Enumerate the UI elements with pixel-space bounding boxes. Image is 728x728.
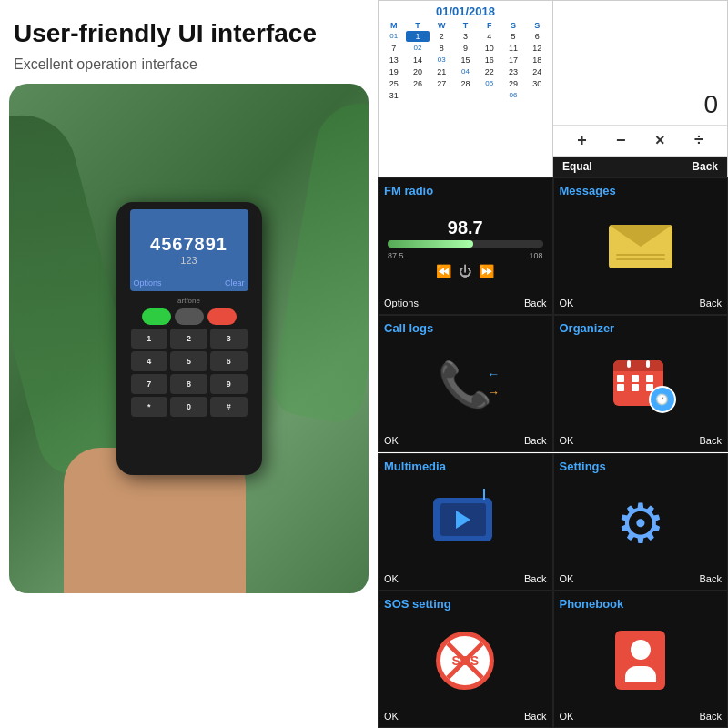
left-panel: User-friendly UI interface Excellent ope… — [0, 0, 378, 728]
cal-cell[interactable]: 10 — [478, 43, 500, 54]
calc-operator[interactable]: − — [616, 131, 626, 150]
cal-cell — [478, 90, 500, 101]
calc-back-btn[interactable]: Back — [692, 160, 718, 173]
cal-cell[interactable]: 15 — [454, 55, 477, 66]
cal-cell[interactable]: 5 — [501, 31, 524, 42]
fm-forward-icon[interactable]: ⏩ — [479, 264, 494, 278]
cal-cell — [430, 102, 453, 104]
app-icon-call-logs: 📞 ← → — [384, 339, 547, 431]
calc-operator[interactable]: ÷ — [694, 131, 703, 150]
calc-bottom-bar: Equal Back — [553, 157, 727, 177]
cal-cell[interactable]: 30 — [526, 78, 549, 89]
fm-rewind-icon[interactable]: ⏪ — [436, 264, 451, 278]
cal-cell[interactable]: 31 — [382, 90, 405, 101]
incoming-arrow-icon: ← — [487, 367, 500, 381]
phone-device: 4567891 123 Options Clear artfone 123456… — [116, 202, 262, 475]
app-screen-sos-setting: SOS setting SOS OKBack — [378, 591, 553, 728]
top-row: 01/01/2018 MTWTFSS0112345670289101112131… — [378, 0, 728, 177]
app-ok-btn-settings[interactable]: OK — [560, 573, 574, 584]
cal-cell[interactable]: 9 — [454, 43, 477, 54]
cal-cell[interactable]: 23 — [501, 66, 524, 77]
app-ok-btn-call-logs[interactable]: OK — [384, 435, 399, 446]
calc-operator[interactable]: + — [577, 131, 587, 150]
cal-cell — [406, 90, 429, 101]
app-back-btn-phonebook[interactable]: Back — [700, 711, 722, 722]
cal-cell[interactable]: 8 — [430, 43, 453, 54]
cal-cell[interactable]: 27 — [430, 78, 453, 89]
cal-cell[interactable]: 19 — [382, 66, 405, 77]
app-ok-btn-messages[interactable]: OK — [560, 298, 574, 308]
key-3[interactable]: 3 — [210, 329, 248, 349]
phonebook-icon — [615, 631, 665, 690]
cal-cell[interactable]: 18 — [526, 55, 549, 66]
app-title-organizer: Organizer — [560, 321, 723, 335]
right-panel: 01/01/2018 MTWTFSS0112345670289101112131… — [378, 0, 728, 728]
screen-clear-label: Clear — [225, 278, 245, 288]
cal-cell[interactable]: 14 — [406, 55, 429, 66]
key-#[interactable]: # — [210, 397, 248, 417]
key-0[interactable]: 0 — [170, 397, 207, 417]
key-5[interactable]: 5 — [170, 351, 207, 371]
cal-cell[interactable]: 25 — [382, 78, 405, 89]
phone-image-area: 4567891 123 Options Clear artfone 123456… — [9, 84, 369, 593]
app-ok-btn-fm-radio[interactable]: Options — [384, 298, 419, 308]
headline: User-friendly UI interface — [14, 18, 317, 49]
key-1[interactable]: 1 — [131, 329, 168, 349]
cal-cell[interactable]: 2 — [430, 31, 453, 42]
cal-cell[interactable]: 16 — [478, 55, 500, 66]
cal-cell[interactable]: 29 — [501, 78, 524, 89]
clock-overlay-icon: 🕐 — [649, 386, 676, 413]
cal-cell[interactable]: 3 — [454, 31, 477, 42]
menu-button[interactable] — [175, 308, 204, 325]
app-back-btn-settings[interactable]: Back — [700, 573, 722, 584]
cal-cell[interactable]: 1 — [406, 31, 429, 42]
fm-power-icon[interactable]: ⏻ — [459, 264, 471, 278]
key-9[interactable]: 9 — [210, 374, 248, 394]
calc-operator[interactable]: × — [655, 131, 665, 150]
cal-cell[interactable]: 13 — [382, 55, 405, 66]
cal-cell — [406, 102, 429, 104]
app-back-btn-organizer[interactable]: Back — [700, 435, 722, 446]
app-ok-btn-phonebook[interactable]: OK — [560, 711, 574, 722]
key-2[interactable]: 2 — [170, 329, 207, 349]
fm-controls: ⏪ ⏻ ⏩ — [388, 264, 543, 278]
cal-cell[interactable]: 6 — [526, 31, 549, 42]
calc-operators: +−×÷ — [553, 126, 727, 157]
cal-cell[interactable]: 17 — [501, 55, 524, 66]
app-ok-btn-sos-setting[interactable]: OK — [384, 711, 399, 722]
app-back-btn-fm-radio[interactable]: Back — [524, 298, 546, 308]
call-button[interactable] — [142, 308, 171, 325]
cal-cell[interactable]: 22 — [478, 66, 500, 77]
key-*[interactable]: * — [131, 397, 168, 417]
app-back-btn-sos-setting[interactable]: Back — [524, 711, 546, 722]
key-7[interactable]: 7 — [131, 374, 168, 394]
cal-cell[interactable]: 4 — [478, 31, 500, 42]
calculator-widget: 0 +−×÷ Equal Back — [553, 0, 728, 177]
app-back-btn-multimedia[interactable]: Back — [524, 573, 546, 584]
app-back-btn-messages[interactable]: Back — [700, 298, 722, 308]
cal-row-num: 06 — [501, 90, 524, 101]
cal-cell[interactable]: 12 — [526, 43, 549, 54]
app-ok-btn-multimedia[interactable]: OK — [384, 573, 399, 584]
calc-equal-btn[interactable]: Equal — [562, 160, 592, 173]
app-back-btn-call-logs[interactable]: Back — [524, 435, 546, 446]
cal-cell[interactable]: 11 — [501, 43, 524, 54]
cal-cell[interactable]: 26 — [406, 78, 429, 89]
cal-cell[interactable]: 24 — [526, 66, 549, 77]
app-screen-messages: Messages OKBack — [553, 177, 729, 315]
end-button[interactable] — [207, 308, 237, 325]
cal-cell[interactable]: 28 — [454, 78, 477, 89]
app-ok-btn-organizer[interactable]: OK — [560, 435, 574, 446]
fm-freq: 98.7 — [388, 217, 543, 238]
cal-cell[interactable]: 7 — [382, 43, 405, 54]
key-4[interactable]: 4 — [131, 351, 168, 371]
key-6[interactable]: 6 — [210, 351, 248, 371]
cal-cell — [526, 90, 549, 101]
app-title-messages: Messages — [560, 184, 723, 197]
cal-cell[interactable]: 21 — [430, 66, 453, 77]
cal-cell — [454, 102, 477, 104]
cal-cell[interactable]: 20 — [406, 66, 429, 77]
key-8[interactable]: 8 — [170, 374, 207, 394]
cal-row-num: 04 — [454, 66, 477, 77]
nav-buttons — [142, 308, 237, 325]
